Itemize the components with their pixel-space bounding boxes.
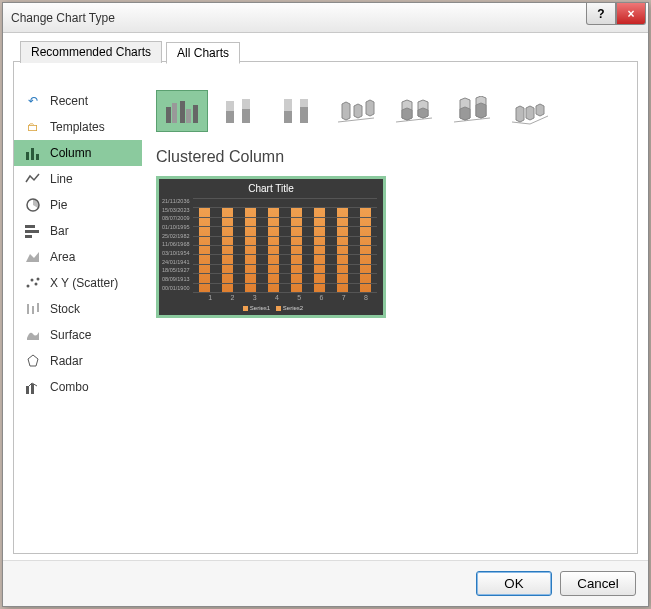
tab-label: All Charts	[177, 46, 229, 60]
bar	[199, 207, 210, 292]
sidebar-item-recent[interactable]: ↶ Recent	[14, 88, 142, 114]
chart-subtype-row	[156, 90, 623, 132]
bar	[337, 207, 348, 292]
sidebar-item-column[interactable]: Column	[14, 140, 142, 166]
svg-rect-17	[166, 107, 171, 123]
x-tick-label: 4	[275, 294, 279, 301]
y-tick-label: 25/02/1982	[162, 233, 190, 240]
bar	[268, 207, 279, 292]
y-axis-labels: 21/11/203615/03/202308/07/200901/10/1995…	[159, 198, 193, 292]
svg-line-31	[396, 118, 432, 122]
combo-icon	[24, 378, 42, 396]
tab-label: Recommended Charts	[31, 45, 151, 59]
sidebar-item-label: X Y (Scatter)	[50, 276, 118, 290]
grid-line	[193, 264, 377, 265]
tab-recommended-charts[interactable]: Recommended Charts	[20, 41, 162, 63]
svg-point-8	[31, 279, 34, 282]
sidebar-item-area[interactable]: Area	[14, 244, 142, 270]
y-tick-label: 01/10/1995	[162, 224, 190, 231]
subtype-100-stacked-column[interactable]	[272, 90, 324, 132]
svg-line-33	[512, 122, 530, 124]
dialog-content: ↶ Recent 🗀 Templates Column Line P	[14, 82, 637, 553]
x-tick-label: 5	[297, 294, 301, 301]
sidebar-item-templates[interactable]: 🗀 Templates	[14, 114, 142, 140]
subtype-stacked-column[interactable]	[214, 90, 266, 132]
y-tick-label: 11/06/1968	[162, 241, 190, 248]
sidebar-item-surface[interactable]: Surface	[14, 322, 142, 348]
scatter-icon	[24, 274, 42, 292]
help-button[interactable]: ?	[586, 3, 616, 25]
stock-icon	[24, 300, 42, 318]
svg-marker-14	[28, 355, 38, 366]
radar-icon	[24, 352, 42, 370]
chart-category-sidebar: ↶ Recent 🗀 Templates Column Line P	[14, 82, 142, 553]
tab-all-charts[interactable]: All Charts	[166, 42, 240, 64]
y-tick-label: 21/11/2036	[162, 198, 190, 205]
subtype-3d-clustered-column[interactable]	[330, 90, 382, 132]
dialog-window: Change Chart Type ? × Recommended Charts…	[2, 2, 649, 607]
chart-preview[interactable]: Chart Title 21/11/203615/03/202308/07/20…	[156, 176, 386, 318]
legend-swatch	[243, 306, 248, 311]
svg-rect-20	[186, 109, 191, 123]
close-icon: ×	[627, 7, 634, 21]
dialog-body: Recommended Charts All Charts ↶ Recent 🗀…	[13, 61, 638, 554]
legend-label: Series1	[250, 305, 270, 311]
bar	[222, 207, 233, 292]
x-tick-label: 3	[253, 294, 257, 301]
svg-point-10	[37, 278, 40, 281]
svg-rect-19	[180, 101, 185, 123]
help-icon: ?	[597, 7, 604, 21]
main-panel: Clustered Column Chart Title 21/11/20361…	[142, 82, 637, 553]
subtype-3d-stacked-column[interactable]	[388, 90, 440, 132]
recent-icon: ↶	[24, 92, 42, 110]
titlebar: Change Chart Type ? ×	[3, 3, 648, 33]
svg-rect-0	[26, 152, 29, 160]
grid-line	[193, 292, 377, 293]
subtype-clustered-column[interactable]	[156, 90, 208, 132]
grid-line	[193, 226, 377, 227]
cancel-button[interactable]: Cancel	[560, 571, 636, 596]
sidebar-item-label: Recent	[50, 94, 88, 108]
sidebar-item-stock[interactable]: Stock	[14, 296, 142, 322]
grid-line	[193, 198, 377, 199]
svg-point-9	[35, 283, 38, 286]
sidebar-item-bar[interactable]: Bar	[14, 218, 142, 244]
close-button[interactable]: ×	[616, 3, 646, 25]
pie-icon	[24, 196, 42, 214]
svg-rect-2	[36, 154, 39, 160]
svg-line-32	[454, 118, 490, 122]
sidebar-item-label: Column	[50, 146, 91, 160]
legend-label: Series2	[283, 305, 303, 311]
svg-rect-16	[31, 384, 34, 394]
y-tick-label: 08/07/2009	[162, 215, 190, 222]
sidebar-item-line[interactable]: Line	[14, 166, 142, 192]
x-tick-label: 1	[208, 294, 212, 301]
surface-icon	[24, 326, 42, 344]
bar	[360, 207, 371, 292]
sidebar-item-combo[interactable]: Combo	[14, 374, 142, 400]
sidebar-item-label: Templates	[50, 120, 105, 134]
sidebar-item-label: Stock	[50, 302, 80, 316]
subtype-3d-100-stacked-column[interactable]	[446, 90, 498, 132]
y-tick-label: 15/03/2023	[162, 207, 190, 214]
x-tick-label: 8	[364, 294, 368, 301]
bar	[314, 207, 325, 292]
svg-rect-25	[242, 109, 250, 123]
sidebar-item-pie[interactable]: Pie	[14, 192, 142, 218]
section-title: Clustered Column	[156, 148, 623, 166]
grid-line	[193, 273, 377, 274]
tab-row: Recommended Charts All Charts	[20, 41, 240, 63]
chart-title: Chart Title	[159, 179, 383, 198]
ok-button[interactable]: OK	[476, 571, 552, 596]
svg-point-7	[27, 285, 30, 288]
sidebar-item-scatter[interactable]: X Y (Scatter)	[14, 270, 142, 296]
grid-line	[193, 283, 377, 284]
subtype-3d-column[interactable]	[504, 90, 556, 132]
grid-line	[193, 245, 377, 246]
legend-swatch	[276, 306, 281, 311]
sidebar-item-radar[interactable]: Radar	[14, 348, 142, 374]
svg-rect-27	[284, 111, 292, 123]
svg-rect-5	[25, 230, 39, 233]
sidebar-item-label: Surface	[50, 328, 91, 342]
grid-line	[193, 236, 377, 237]
